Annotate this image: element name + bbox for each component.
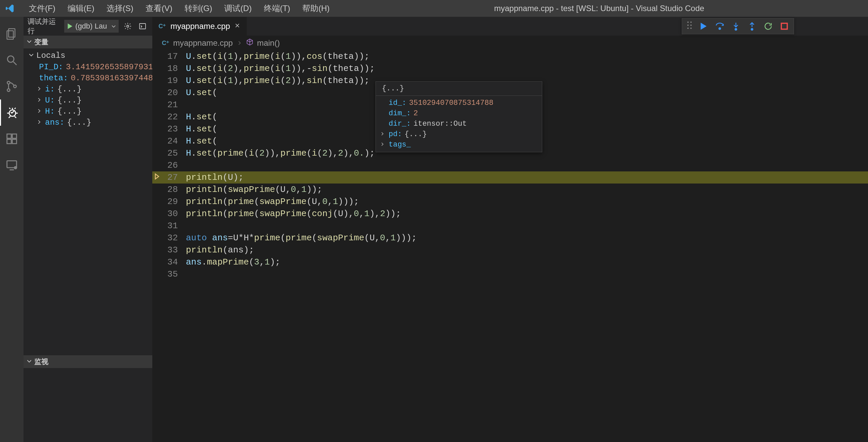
line-number: 21 (152, 100, 186, 110)
tab-myappname[interactable]: C⁺ myappname.cpp (152, 17, 247, 36)
breadcrumb-symbol-label: main() (257, 38, 280, 48)
grip-icon[interactable] (685, 21, 694, 31)
variable-row[interactable]: H:{...} (28, 106, 152, 117)
svg-point-5 (14, 85, 17, 88)
code-text: H.set( (186, 136, 217, 146)
line-number: 32 (152, 233, 186, 243)
code-line[interactable]: 34ans.mapPrime(3,1); (152, 256, 868, 268)
code-line[interactable]: 30println(prime(swapPrime(conj(U),0,1),2… (152, 208, 868, 220)
chevron-down-icon (111, 22, 116, 31)
line-number: 23 (152, 124, 186, 134)
line-number: 28 (152, 185, 186, 195)
svg-rect-9 (12, 139, 17, 144)
code-text: H.set(prime(i(2)),prime(i(2),2),0.); (186, 148, 375, 158)
field-value: 2 (413, 109, 418, 118)
breadcrumb-symbol[interactable]: main() (246, 38, 280, 48)
code-text: ans.mapPrime(3,1); (186, 257, 280, 267)
code-text: println(prime(swapPrime(conj(U),0,1),2))… (186, 209, 401, 219)
tab-filename: myappname.cpp (170, 22, 230, 31)
extensions-icon[interactable] (0, 126, 24, 152)
variable-value: {...} (58, 107, 82, 116)
tooltip-field[interactable]: dir_: itensor::Out (376, 119, 542, 129)
chevron-down-icon (26, 358, 32, 366)
debug-hover-tooltip: {...} id_: 3510294070875314788dim_: 2dir… (375, 81, 542, 152)
variable-row[interactable]: U:{...} (28, 95, 152, 106)
menu-item[interactable]: 选择(S) (100, 0, 140, 17)
svg-point-13 (127, 25, 129, 27)
variable-row[interactable]: ans:{...} (28, 117, 152, 128)
variables-section-header[interactable]: 变量 (24, 36, 152, 49)
breadcrumb-file[interactable]: C⁺ myappname.cpp (162, 38, 232, 48)
field-name: pd: (389, 130, 402, 138)
tooltip-header: {...} (376, 82, 542, 96)
remote-icon[interactable] (0, 152, 24, 178)
variable-name: U: (45, 96, 55, 105)
source-control-icon[interactable] (0, 73, 24, 99)
code-line[interactable]: 26 (152, 159, 868, 171)
line-number: 31 (152, 221, 186, 231)
variable-name: PI_D: (39, 63, 63, 72)
menu-item[interactable]: 帮助(H) (296, 0, 336, 17)
launch-config-dropdown[interactable]: (gdb) Lau (64, 20, 119, 33)
debug-side-panel: 调试并运行 (gdb) Lau 变量 (24, 17, 152, 442)
variable-row[interactable]: theta:0.78539816339744828 (28, 73, 152, 84)
tooltip-field[interactable]: tags_ (376, 139, 542, 150)
code-line[interactable]: 31 (152, 220, 868, 232)
menu-item[interactable]: 终端(T) (258, 0, 297, 17)
menu-item[interactable]: 调试(D) (218, 0, 257, 17)
chevron-right-icon (36, 85, 42, 94)
menu-item[interactable]: 查看(V) (140, 0, 179, 17)
svg-point-3 (7, 81, 10, 84)
step-into-button[interactable] (729, 20, 743, 33)
code-line[interactable]: 33println(ans); (152, 244, 868, 256)
menu-item[interactable]: 转到(G) (179, 0, 218, 17)
variable-row[interactable]: i:{...} (28, 84, 152, 95)
variable-name: theta: (39, 74, 68, 83)
svg-point-18 (690, 25, 691, 26)
code-line[interactable]: 35 (152, 268, 868, 280)
watch-section-header[interactable]: 监视 (24, 355, 152, 368)
close-icon[interactable] (234, 22, 241, 31)
tooltip-field[interactable]: id_: 3510294070875314788 (376, 98, 542, 108)
code-editor[interactable]: 17U.set(i(1),prime(i(1)),cos(theta));18U… (152, 51, 868, 442)
variable-row[interactable]: PI_D:3.1415926535897931 (28, 62, 152, 73)
vscode-logo-icon (5, 4, 15, 13)
code-text: H.set( (186, 124, 217, 134)
stop-button[interactable] (778, 20, 791, 33)
search-icon[interactable] (0, 47, 24, 73)
svg-rect-24 (781, 23, 787, 29)
code-text: println(U); (186, 172, 244, 183)
title-bar: 文件(F)编辑(E)选择(S)查看(V)转到(G)调试(D)终端(T)帮助(H)… (0, 0, 868, 17)
locals-scope[interactable]: Locals (28, 50, 152, 62)
field-name: tags_ (389, 140, 411, 149)
debug-toolbar (682, 18, 794, 34)
debug-icon[interactable] (0, 99, 24, 126)
field-name: dir_: (389, 120, 411, 128)
gear-icon[interactable] (122, 20, 133, 32)
variable-value: {...} (67, 118, 91, 127)
start-debug-icon[interactable] (66, 23, 73, 30)
code-text: println(prime(swapPrime(U,0,1))); (186, 197, 359, 207)
code-line[interactable]: 28println(swapPrime(U,0,1)); (152, 184, 868, 196)
debug-console-icon[interactable] (137, 20, 148, 32)
line-number: 33 (152, 245, 186, 255)
code-line[interactable]: 18U.set(i(2),prime(i(1)),-sin(theta)); (152, 63, 868, 74)
step-out-button[interactable] (745, 20, 759, 33)
menu-item[interactable]: 文件(F) (23, 0, 62, 17)
code-line[interactable]: 32auto ans=U*H*prime(prime(swapPrime(U,0… (152, 232, 868, 244)
step-over-button[interactable] (713, 20, 726, 33)
tooltip-field[interactable]: pd: {...} (376, 129, 542, 139)
explorer-icon[interactable] (0, 21, 24, 47)
tooltip-field[interactable]: dim_: 2 (376, 108, 542, 119)
menu-item[interactable]: 编辑(E) (62, 0, 100, 17)
restart-button[interactable] (762, 20, 775, 33)
code-line[interactable]: 27println(U); (152, 171, 868, 184)
variable-value: {...} (58, 96, 82, 105)
continue-button[interactable] (697, 20, 710, 33)
field-name: id_: (389, 99, 406, 107)
line-number: 25 (152, 148, 186, 158)
activity-bar (0, 17, 24, 442)
chevron-right-icon (36, 118, 42, 127)
code-line[interactable]: 29println(prime(swapPrime(U,0,1))); (152, 196, 868, 208)
code-line[interactable]: 17U.set(i(1),prime(i(1)),cos(theta)); (152, 51, 868, 63)
